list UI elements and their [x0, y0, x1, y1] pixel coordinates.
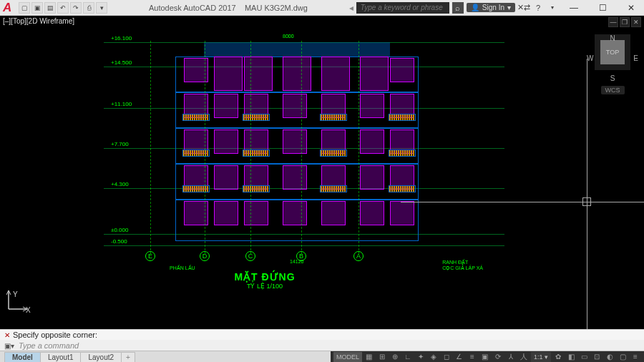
crosshair-horizontal	[401, 202, 644, 202]
balcony	[243, 185, 270, 192]
doc-close-icon[interactable]: ✕	[631, 17, 641, 27]
view-label[interactable]: [–][Top][2D Wireframe]	[3, 17, 74, 25]
viewcube-east[interactable]: E	[633, 54, 638, 62]
status-monitor-icon[interactable]: ▭	[578, 352, 590, 362]
qat-new-icon[interactable]: ▢	[19, 2, 30, 14]
balcony	[243, 114, 270, 121]
status-ortho-icon[interactable]: ∟	[402, 352, 414, 362]
balcony	[389, 185, 416, 192]
status-ann-icon[interactable]: ⅄	[505, 352, 517, 362]
window	[321, 201, 346, 225]
dim-total: 14120	[290, 259, 303, 264]
window	[390, 201, 414, 225]
status-grid-icon[interactable]: ▦	[364, 352, 375, 362]
viewcube-north[interactable]: N	[610, 34, 615, 42]
qat-open-icon[interactable]: ▣	[31, 2, 43, 14]
viewcube-south[interactable]: S	[610, 74, 615, 82]
status-clean-icon[interactable]: ▢	[617, 352, 628, 362]
roof	[204, 42, 390, 57]
drawing-area[interactable]: [–][Top][2D Wireframe] — ❐ ✕ N S W E TOP…	[0, 16, 644, 329]
window-title: Autodesk AutoCAD 2017 MAU K3G2M.dwg	[107, 4, 349, 12]
maximize-button[interactable]: ☐	[590, 0, 615, 16]
close-button[interactable]: ✕	[618, 0, 644, 16]
status-units-icon[interactable]: ⊡	[591, 352, 602, 362]
layout-tabs: Model Layout1 Layout2 +	[0, 351, 135, 362]
viewcube-face[interactable]: TOP	[600, 40, 625, 64]
storefront	[244, 57, 273, 91]
level-line	[104, 245, 504, 246]
grid-marker: E	[145, 251, 155, 261]
infocenter-icon[interactable]: ⌕	[452, 2, 464, 14]
status-dyn-icon[interactable]: ⊕	[389, 352, 401, 362]
grid-line	[301, 41, 302, 254]
status-bar: MODEL ▦ ⊞ ⊕ ∟ ✦ ◈ ◻ ∠ ≡ ▣ ⟳ ⅄ 人 1:1 ▾ ✿ …	[331, 351, 644, 362]
qat-more-icon[interactable]: ▾	[96, 2, 107, 14]
grid-marker: D	[200, 251, 210, 261]
grid-line	[205, 41, 205, 254]
grid-marker: A	[353, 251, 364, 261]
status-iso-icon[interactable]: ◈	[428, 352, 439, 362]
window	[214, 129, 238, 154]
help-icon[interactable]: ?	[532, 2, 544, 14]
qat-undo-icon[interactable]: ↶	[57, 2, 69, 14]
sign-in-button[interactable]: 👤 Sign In ▾	[467, 3, 515, 12]
qat-save-icon[interactable]: ▤	[44, 2, 56, 14]
note-left: PHẦN LẦU	[170, 265, 195, 271]
crosshair-pickbox	[582, 197, 591, 206]
status-osnap-icon[interactable]: ◻	[441, 352, 452, 362]
titlebar: A ▢ ▣ ▤ ↶ ↷ ⎙ ▾ Autodesk AutoCAD 2017 MA…	[0, 0, 644, 16]
window	[360, 129, 384, 154]
viewcube[interactable]: N S W E TOP WCS	[587, 34, 638, 95]
status-polar-icon[interactable]: ✦	[415, 352, 426, 362]
qat-plot-icon[interactable]: ⎙	[83, 2, 94, 14]
status-scale[interactable]: 1:1 ▾	[531, 352, 551, 362]
title-right: ◂ ⌕ 👤 Sign In ▾ ✕⇄ ? ▾ — ☐ ✕	[349, 0, 644, 16]
status-otrack-icon[interactable]: ∠	[454, 352, 465, 362]
tab-layout1[interactable]: Layout1	[40, 352, 82, 362]
status-custom-icon[interactable]: ≡	[630, 352, 641, 362]
status-hw-icon[interactable]: ◐	[604, 352, 615, 362]
qat-redo-icon[interactable]: ↷	[70, 2, 82, 14]
window	[283, 165, 307, 190]
status-lwt-icon[interactable]: ≡	[467, 352, 478, 362]
status-gear-icon[interactable]: ✿	[552, 352, 564, 362]
tab-layout2[interactable]: Layout2	[80, 352, 122, 362]
tab-add[interactable]: +	[121, 352, 135, 362]
storefront	[321, 57, 350, 91]
command-line: ✕Specify opposite corner: ▣▾Type a comma…	[0, 329, 644, 351]
help-more-icon[interactable]: ▾	[547, 2, 558, 14]
balcony	[243, 150, 270, 157]
building-outline: EDCBA	[175, 41, 419, 241]
search-prev-icon[interactable]: ◂	[349, 3, 353, 13]
elevation-drawing: +16.100+14.500+11.100+7.700+4.300±0.000-…	[111, 34, 419, 284]
level-label: +7.700	[111, 141, 129, 147]
app-name: Autodesk AutoCAD 2017	[149, 4, 236, 12]
window	[214, 201, 238, 225]
cmd-close-icon[interactable]: ✕	[4, 331, 10, 339]
viewcube-west[interactable]: W	[587, 54, 593, 62]
minimize-button[interactable]: —	[561, 0, 587, 16]
search-input[interactable]	[356, 2, 449, 14]
window	[214, 165, 238, 190]
wcs-label[interactable]: WCS	[601, 86, 625, 94]
dim-top: 8000	[283, 34, 294, 39]
level-label: +11.100	[111, 101, 132, 107]
status-person-icon[interactable]: 人	[518, 352, 530, 362]
status-snap-icon[interactable]: ⊞	[376, 352, 388, 362]
sign-in-label: Sign In	[482, 4, 504, 11]
doc-restore-icon[interactable]: ❐	[620, 17, 630, 27]
status-cycle-icon[interactable]: ⟳	[492, 352, 504, 362]
window	[283, 201, 307, 225]
status-trans-icon[interactable]: ▣	[479, 352, 491, 362]
status-mode[interactable]: MODEL	[333, 352, 362, 362]
status-ws-icon[interactable]: ◧	[565, 352, 577, 362]
doc-minimize-icon[interactable]: —	[608, 17, 618, 27]
command-input-row[interactable]: ▣▾Type a command	[0, 340, 644, 351]
drawing-title-block: MẶT ĐỨNG TỶ LỆ 1/100	[111, 271, 419, 290]
tab-model[interactable]: Model	[4, 352, 41, 362]
note-right: RANH ĐẤT CỌC GIẢ LÁP XÁ	[442, 260, 483, 271]
level-label: -0.500	[111, 238, 127, 245]
window	[360, 165, 384, 190]
exchange-icon[interactable]: ✕⇄	[518, 2, 530, 14]
storefront	[360, 57, 389, 91]
